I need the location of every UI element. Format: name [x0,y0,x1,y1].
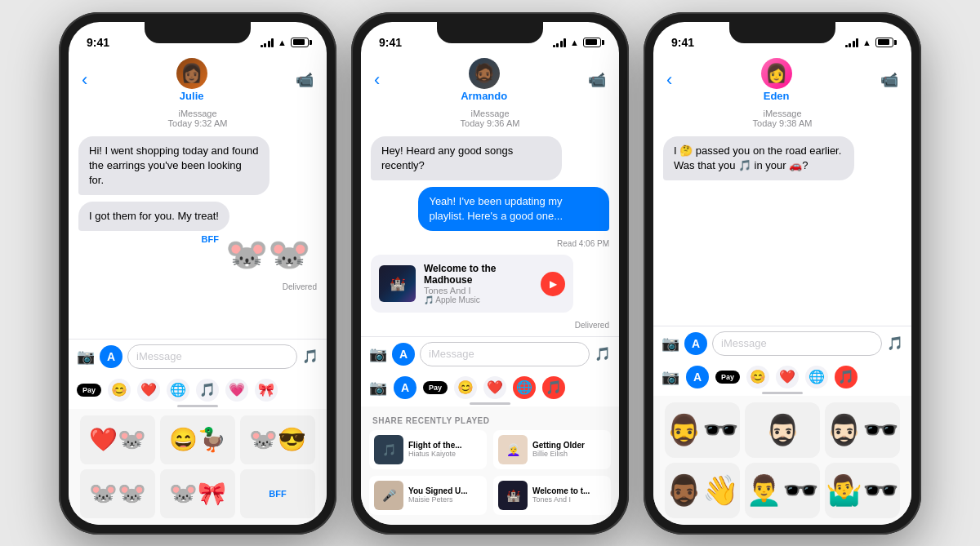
sticker-2[interactable]: 😄🦆 [160,415,235,464]
phone-armando-screen: 9:41 ▲ ‹ [361,22,619,525]
drawer-divider-3 [762,392,803,394]
drawer2-icon-4[interactable]: 🌐 [513,376,536,399]
apps-button-3[interactable]: A [684,332,707,355]
wifi-icon-1: ▲ [278,38,287,47]
apps-button-2[interactable]: A [392,343,415,366]
share-item-2[interactable]: 👩‍🦳 Getting Older Billie Eilish [493,430,611,469]
drawer-icon-5[interactable]: 🎵 [196,379,219,402]
memoji-3[interactable]: 🧔🏻‍♂️🕶️ [825,402,900,458]
music-artist-2: Tones And I [424,286,532,295]
share-name-3: You Signed U... [408,486,482,495]
drawer2-icon-2[interactable]: 😊 [454,376,477,399]
input-field-3[interactable]: iMessage [712,331,882,356]
back-button-2[interactable]: ‹ [374,69,380,91]
sticker-3[interactable]: 🐭😎 [240,415,315,464]
imessage-header-2: iMessage Today 9:36 AM [361,107,619,131]
drawer3-icon-4[interactable]: 🌐 [805,366,828,388]
cam-icon-2b[interactable]: 📷 [369,379,387,397]
memoji-1[interactable]: 🧔‍♂️🕶️ [665,402,740,458]
app-drawer-2: 📷 A Pay 😊 ❤️ 🌐 🎵 [361,371,619,402]
share-thumb-3: 🎤 [374,481,403,510]
input-bar-1: 📷 A iMessage 🎵 [69,339,327,374]
music-card-2[interactable]: 🏰 Welcome to the Madhouse Tones And I 🎵 … [371,255,573,313]
imessage-header-1: iMessage Today 9:32 AM [69,107,327,131]
apps-button-1[interactable]: A [100,345,122,368]
notch-2 [437,22,543,43]
imessage-label-1: iMessage [69,109,327,118]
share-item-1[interactable]: 🎵 Flight of the... Hiatus Kaiyote [369,430,487,469]
wifi-icon-2: ▲ [570,38,579,47]
signal-bar-1 [261,45,263,47]
drawer-icon-3[interactable]: ❤️ [137,379,160,402]
camera-icon-1[interactable]: 📷 [77,348,95,366]
video-button-2[interactable]: 📹 [588,71,606,89]
nav-bar-1: ‹ 👩🏾 Julie 📹 [69,55,327,107]
share-item-4[interactable]: 🏰 Welcome to t... Tones And I [493,476,611,515]
avatar-3: 👩 [761,58,792,89]
phone-eden-screen: 9:41 ▲ ‹ [653,22,911,525]
memoji-6[interactable]: 🤷‍♂️🕶️ [825,463,900,518]
messages-area-1: Hi! I went shopping today and found the … [69,131,327,339]
appay-icon-3[interactable]: Pay [715,371,740,384]
appay-icon-2[interactable]: Pay [423,381,448,394]
video-button-3[interactable]: 📹 [880,71,898,89]
input-field-1[interactable]: iMessage [127,344,297,369]
nav-center-1[interactable]: 👩🏾 Julie [176,58,207,102]
apps2b-button[interactable]: A [394,376,416,399]
signal-bars-3 [845,38,859,47]
share-item-3[interactable]: 🎤 You Signed U... Maisie Peters [369,476,487,515]
sticker-6[interactable]: BFF [240,469,315,518]
memoji-5[interactable]: 👨‍🦱🕶️ [745,463,820,518]
cam-icon-3b[interactable]: 📷 [662,368,679,386]
message-bubble-1: Hi! I went shopping today and found the … [78,136,270,196]
back-button-3[interactable]: ‹ [666,69,672,91]
input-field-2[interactable]: iMessage [420,342,590,366]
bottom-panel-2: SHARE RECENTLY PLAYED 🎵 Flight of the...… [361,406,619,525]
drawer-icon-6[interactable]: 💗 [225,379,248,402]
nav-center-2[interactable]: 🧔🏾 Armando [461,58,507,102]
share-thumb-1: 🎵 [374,435,403,464]
appay-icon-1[interactable]: Pay [77,384,101,397]
share-info-2: Getting Older Billie Eilish [532,441,606,458]
drawer-icon-7[interactable]: 🎀 [255,379,278,402]
signal-bar-2 [264,43,266,47]
drawer-icon-2[interactable]: 😊 [108,379,131,402]
signal-bar-4 [271,38,274,47]
nav-center-3[interactable]: 👩 Eden [761,58,792,102]
apps3b-button[interactable]: A [686,366,709,388]
message-bubble-4: Yeah! I've been updating my playlist. He… [418,187,609,231]
audio-icon-1[interactable]: 🎵 [302,348,318,364]
music-play-2[interactable]: ▶ [541,272,565,296]
camera-icon-2[interactable]: 📷 [369,345,387,363]
phone-julie: 9:41 ▲ ‹ [59,12,336,535]
signal-bars-1 [261,38,274,47]
share-name-4: Welcome to t... [532,486,606,495]
drawer3-icon-2[interactable]: 😊 [746,366,769,388]
camera-icon-3[interactable]: 📷 [662,335,679,353]
share-artist-3: Maisie Peters [408,495,482,504]
drawer3-icon-5[interactable]: 🎵 [835,366,858,388]
sticker-5[interactable]: 🐭🎀 [160,469,235,518]
status-time-1: 9:41 [87,36,109,49]
status-icons-3: ▲ [845,38,893,47]
back-button-1[interactable]: ‹ [82,69,87,91]
share-grid: 🎵 Flight of the... Hiatus Kaiyote 👩‍🦳 Ge… [369,430,611,515]
drawer2-icon-5[interactable]: 🎵 [542,376,565,399]
memoji-4[interactable]: 🧔🏾‍♂️👋 [665,463,740,518]
audio-icon-3[interactable]: 🎵 [887,335,903,351]
drawer3-icon-3[interactable]: ❤️ [776,366,799,388]
imessage-time-3: Today 9:38 AM [653,118,911,128]
sticker-4[interactable]: 🐭🐭 [80,469,155,518]
memoji-2[interactable]: 🧔🏻‍♂️ [745,402,820,458]
drawer2-icon-3[interactable]: ❤️ [483,376,506,399]
drawer-divider-1 [177,405,218,407]
share-info-1: Flight of the... Hiatus Kaiyote [408,441,482,458]
avatar-1: 👩🏾 [176,58,207,89]
imessage-header-3: iMessage Today 9:38 AM [653,107,911,131]
drawer-icon-4[interactable]: 🌐 [167,379,189,402]
sticker-1[interactable]: ❤️🐭 [80,415,155,464]
sticker-grid-1: ❤️🐭 😄🦆 🐭😎 🐭🐭 🐭🎀 BFF [77,415,318,518]
audio-icon-2[interactable]: 🎵 [595,346,611,362]
bottom-panel-3: 🧔‍♂️🕶️ 🧔🏻‍♂️ 🧔🏻‍♂️🕶️ 🧔🏾‍♂️👋 👨‍🦱🕶️ 🤷‍♂️🕶️ [653,396,911,525]
video-button-1[interactable]: 📹 [296,71,314,89]
